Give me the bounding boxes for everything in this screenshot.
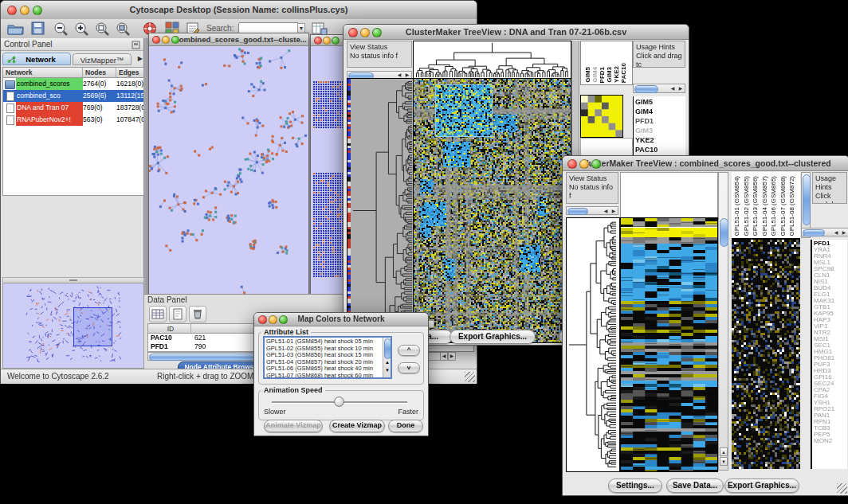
- network-table-row[interactable]: DNA and Tran 07769(0)183728(0): [3, 102, 143, 114]
- delete-attribute-icon[interactable]: [189, 306, 206, 322]
- scroll-right-icon[interactable]: ▶: [448, 352, 456, 361]
- animate-vizmap-button[interactable]: Animate Vizmap: [264, 420, 323, 432]
- minimize-icon[interactable]: [360, 28, 370, 37]
- tab-vizmapper[interactable]: VizMapper™: [73, 53, 132, 65]
- gene-label[interactable]: YKE2: [635, 135, 684, 145]
- network-graph-canvas[interactable]: [149, 46, 307, 294]
- array-label[interactable]: GPL51-07 (GSM868): [779, 176, 787, 236]
- expression-heatmap[interactable]: [620, 217, 718, 472]
- list-vscrollbar[interactable]: ▲ ▼: [383, 338, 391, 377]
- close-icon[interactable]: [314, 37, 322, 45]
- scrollbar-thumb[interactable]: [567, 208, 588, 215]
- scroll-up-icon[interactable]: ▲: [720, 447, 728, 456]
- scrollbar-thumb[interactable]: [149, 354, 262, 361]
- column-label[interactable]: PAC10: [620, 63, 627, 83]
- attribute-table-icon[interactable]: [149, 306, 167, 322]
- column-label[interactable]: GIM3: [606, 67, 613, 83]
- array-label[interactable]: GPL51-08 (GSM872): [788, 176, 795, 236]
- minimize-icon[interactable]: [579, 159, 589, 169]
- save-data-button[interactable]: Save Data...: [666, 479, 724, 493]
- attribute-list-item[interactable]: GPL51-07 (GSM868) heat shock 60 min: [266, 373, 381, 379]
- close-icon[interactable]: [567, 159, 577, 169]
- close-icon[interactable]: [7, 6, 17, 15]
- float-panel-icon[interactable]: [132, 41, 140, 49]
- zoom-scrollbar[interactable]: ◀ ▶: [633, 84, 685, 93]
- gene-label[interactable]: PFD1: [635, 116, 684, 126]
- gene-label[interactable]: MON2: [814, 438, 846, 444]
- genelist-hscrollbar[interactable]: ◀ ▶: [801, 228, 848, 236]
- speed-slider-thumb[interactable]: [334, 397, 344, 407]
- scrollbar-thumb[interactable]: [803, 229, 825, 236]
- network-view-titlebar[interactable]: combined_scores_good.txt--cluste...: [149, 33, 308, 46]
- save-icon[interactable]: [31, 21, 45, 35]
- column-label[interactable]: YKE2: [613, 66, 620, 83]
- zoom-out-icon[interactable]: [53, 21, 69, 36]
- column-label[interactable]: PFD1: [599, 67, 606, 83]
- zoom-window-icon[interactable]: [33, 6, 42, 15]
- scroll-left-icon[interactable]: ◀: [669, 85, 677, 92]
- settings-button[interactable]: Settings...: [608, 479, 662, 493]
- scroll-left-icon[interactable]: ◀: [440, 352, 448, 361]
- export-graphics-button[interactable]: Export Graphics...: [450, 330, 536, 344]
- zoom-window-icon[interactable]: [332, 37, 340, 45]
- close-icon[interactable]: [348, 28, 358, 37]
- done-button[interactable]: Done: [388, 420, 423, 432]
- gene-label[interactable]: GIM4: [635, 107, 684, 116]
- scrollbar-thumb[interactable]: [720, 218, 728, 247]
- create-vizmap-button[interactable]: Create Vizmap: [329, 420, 385, 432]
- array-label[interactable]: GPL51-03 (GSM856): [752, 176, 759, 236]
- gene-label[interactable]: GIM3: [635, 126, 684, 135]
- zoom-selected-icon[interactable]: [116, 21, 132, 36]
- network-table-row[interactable]: RNAPuberNov2+!563(0)107847(0): [3, 114, 143, 126]
- gene-dendrogram[interactable]: [347, 78, 414, 343]
- array-dendrogram[interactable]: [413, 41, 571, 80]
- heatmap-vscrollbar[interactable]: ▲ ▼: [718, 172, 728, 471]
- zoom-window-icon[interactable]: [372, 28, 382, 37]
- treeview2-hscrollbar[interactable]: ◀ ▶: [566, 206, 618, 215]
- array-label[interactable]: GPL51-06 (GSM865): [770, 176, 777, 236]
- scroll-left-icon[interactable]: ◀: [832, 229, 840, 236]
- gene-label[interactable]: GIM5: [635, 97, 684, 107]
- selection-mini-heatmap[interactable]: [580, 95, 623, 138]
- scroll-down-icon[interactable]: ▼: [385, 368, 390, 373]
- zoom-window-icon[interactable]: [591, 159, 601, 169]
- scrollbar-thumb[interactable]: [384, 338, 391, 359]
- treeview1-titlebar[interactable]: ClusterMaker TreeView : DNA and Tran 07-…: [344, 25, 689, 40]
- zoom-fit-icon[interactable]: [95, 21, 111, 36]
- main-titlebar[interactable]: Cytoscape Desktop (Session Name: collins…: [1, 1, 477, 20]
- scrollbar-thumb[interactable]: [634, 85, 658, 93]
- treeview2-titlebar[interactable]: ClusterMaker TreeView : combined_scores_…: [563, 156, 848, 171]
- move-down-button[interactable]: v: [398, 362, 420, 373]
- scroll-up-icon[interactable]: ▲: [385, 360, 390, 365]
- array-label[interactable]: GPL51-02 (GSM855): [743, 176, 750, 236]
- gene-dendrogram[interactable]: [566, 217, 620, 472]
- tab-overflow-icon[interactable]: ▶: [138, 55, 143, 62]
- column-label[interactable]: GIM5: [584, 67, 591, 83]
- minimize-icon[interactable]: [323, 37, 331, 45]
- minimize-icon[interactable]: [269, 315, 277, 324]
- gene-label[interactable]: PAC10: [635, 145, 684, 154]
- resize-grip[interactable]: [837, 483, 847, 494]
- new-attribute-icon[interactable]: [169, 306, 186, 322]
- minimize-icon[interactable]: [162, 36, 170, 44]
- expression-heatmap[interactable]: [413, 78, 571, 343]
- attribute-listbox[interactable]: GPL51-01 (GSM854) heat shock 05 minGPL51…: [263, 336, 392, 379]
- scroll-down-icon[interactable]: ▼: [720, 457, 728, 466]
- column-label[interactable]: GIM4: [591, 67, 599, 83]
- zoom-window-icon[interactable]: [171, 36, 179, 44]
- scroll-right-icon[interactable]: ▶: [610, 208, 618, 215]
- zoom-window-icon[interactable]: [279, 315, 288, 324]
- resize-grip[interactable]: [465, 372, 475, 382]
- move-up-button[interactable]: ^: [398, 345, 420, 356]
- minimize-icon[interactable]: [20, 6, 29, 15]
- close-icon[interactable]: [152, 36, 160, 44]
- dialog-titlebar[interactable]: Map Colors to Network: [254, 313, 428, 326]
- scroll-left-icon[interactable]: ◀: [602, 208, 610, 215]
- network-table-row[interactable]: combined_scores2764(0)16218(0): [3, 78, 143, 90]
- tab-network[interactable]: Network: [2, 53, 71, 65]
- selection-heatmap[interactable]: [732, 240, 800, 469]
- scrollbar-thumb[interactable]: [803, 174, 811, 225]
- export-graphics-button[interactable]: Export Graphics...: [724, 479, 799, 493]
- open-folder-icon[interactable]: [7, 21, 25, 35]
- array-label[interactable]: GPL51-04 (GSM857): [761, 176, 768, 236]
